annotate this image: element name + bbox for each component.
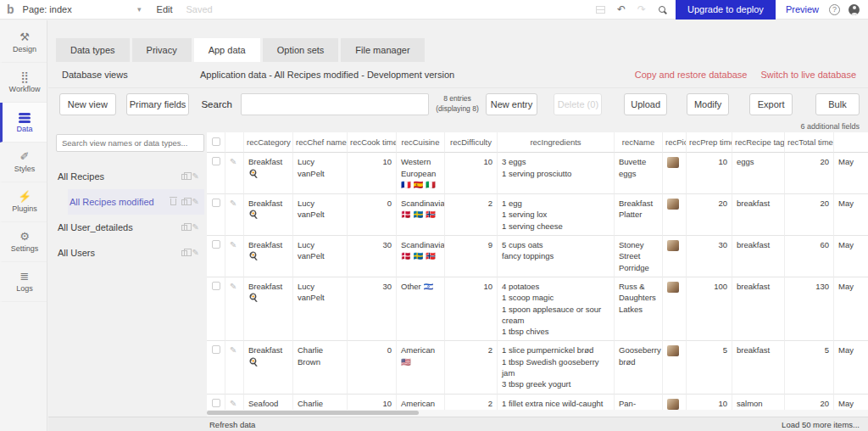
col-recDifficulty[interactable]: recDifficulty <box>445 132 498 153</box>
tab-option-sets[interactable]: Option sets <box>263 38 339 62</box>
cell-cuisine: American 🇺🇸 <box>397 341 445 394</box>
horizontal-scrollbar-thumb[interactable] <box>207 411 419 415</box>
view-item-all-recipes[interactable]: All Recipes ✎ <box>56 164 204 189</box>
view-item-all-users[interactable]: All Users ✎ <box>56 240 204 266</box>
recipe-pic-thumbnail[interactable] <box>667 345 679 356</box>
copy-view-icon[interactable] <box>181 174 187 180</box>
col-recCategory[interactable]: recCategory <box>244 132 293 153</box>
cell-chef: Lucy vanPelt <box>293 277 348 341</box>
col-recCook-time[interactable]: recCook time <box>348 132 397 153</box>
cell-total-time: 20 <box>785 153 834 194</box>
recipe-pic-thumbnail[interactable] <box>667 199 679 210</box>
sidebar-item-design[interactable]: ⚒ Design <box>0 23 47 63</box>
sidebar-item-settings[interactable]: ⚙ Settings <box>0 222 47 262</box>
cell-recipe-tag: salmon <box>732 395 785 410</box>
edit-view-icon[interactable]: ✎ <box>192 223 199 232</box>
redo-icon: ↷ <box>632 3 652 15</box>
new-entry-button[interactable]: New entry <box>486 93 538 115</box>
edit-entry-icon[interactable]: ✎ <box>230 157 236 166</box>
cell-cook-time: 10 <box>348 153 397 194</box>
row-checkbox[interactable] <box>212 157 220 165</box>
col-recPic[interactable]: recPic <box>663 132 687 153</box>
delete-view-icon[interactable] <box>170 199 176 205</box>
edit-view-icon[interactable]: ✎ <box>192 172 199 181</box>
edit-menu[interactable]: Edit <box>157 4 173 14</box>
edit-entry-icon[interactable]: ✎ <box>230 282 236 291</box>
col-recName[interactable]: recName <box>615 132 663 153</box>
recipe-pic-thumbnail[interactable] <box>667 399 679 410</box>
user-avatar[interactable] <box>849 4 860 15</box>
modify-button[interactable]: Modify <box>687 93 730 115</box>
plugins-icon: ⚡ <box>18 191 31 203</box>
load-more-button[interactable]: Load 50 more items... <box>782 420 860 429</box>
recipe-pic-thumbnail[interactable] <box>667 282 679 293</box>
help-icon[interactable]: ? <box>829 4 840 15</box>
delete-button: Delete (0) <box>554 93 602 115</box>
preview-button[interactable]: Preview <box>786 4 819 14</box>
tab-privacy[interactable]: Privacy <box>132 38 192 62</box>
table-row: ✎ Breakfast 🍳 Lucy vanPelt 30 Scandinavi… <box>207 236 868 277</box>
recipe-pic-thumbnail[interactable] <box>667 157 679 168</box>
col-recIngredients[interactable]: recIngredients <box>498 132 615 153</box>
sidebar-item-styles[interactable]: ✐ Styles <box>0 143 47 182</box>
bulk-button[interactable]: Bulk <box>815 93 860 115</box>
col-recRecipe-tag[interactable]: recRecipe tag <box>732 132 785 153</box>
select-all-checkbox[interactable] <box>212 137 220 146</box>
col-recTotal-time[interactable]: recTotal time <box>785 132 834 153</box>
bubble-logo[interactable]: b <box>7 3 14 16</box>
row-checkbox[interactable] <box>212 399 220 407</box>
switch-live-database-link[interactable]: Switch to live database <box>760 70 856 80</box>
settings-gear-icon: ⚙ <box>19 231 30 243</box>
sidebar-item-data[interactable]: Data <box>0 103 47 143</box>
refresh-data-button[interactable]: Refresh data <box>209 420 255 429</box>
upgrade-to-deploy-button[interactable]: Upgrade to deploy <box>676 0 776 20</box>
col-recPrep-time[interactable]: recPrep time <box>687 132 732 153</box>
search-icon[interactable] <box>652 6 672 13</box>
sidebar-item-logs[interactable]: ≣ Logs <box>0 262 47 302</box>
primary-fields-button[interactable]: Primary fields <box>126 93 190 115</box>
view-item-all-recipes-modified[interactable]: All Recipes modified ✎ <box>68 189 204 215</box>
cell-modified: May <box>834 341 868 394</box>
view-item-label: All Recipes <box>58 171 104 182</box>
new-view-button[interactable]: New view <box>59 93 116 115</box>
cell-total-time: 130 <box>785 277 834 341</box>
col-recCuisine[interactable]: recCuisine <box>397 132 445 153</box>
view-item-label: All User_detaileds <box>58 222 133 232</box>
views-search-input[interactable] <box>56 134 204 152</box>
horizontal-scrollbar[interactable] <box>207 410 868 417</box>
workflow-icon: ⣿ <box>20 71 29 83</box>
copy-view-icon[interactable] <box>181 199 187 205</box>
cell-total-time: 5 <box>785 341 834 394</box>
view-item-all-user-detaileds[interactable]: All User_detaileds ✎ <box>56 215 204 240</box>
cell-ingredients: 3 eggs 1 serving prosciutto <box>498 153 615 194</box>
export-button[interactable]: Export <box>749 93 793 115</box>
row-checkbox[interactable] <box>212 199 220 207</box>
sidebar-item-workflow[interactable]: ⣿ Workflow <box>0 63 47 103</box>
cell-difficulty: 9 <box>445 236 498 277</box>
copy-restore-database-link[interactable]: Copy and restore database <box>635 70 748 80</box>
cell-chef: Charlie Brown <box>293 341 348 394</box>
col-recChef-name[interactable]: recChef name <box>293 132 348 153</box>
upload-button[interactable]: Upload <box>624 93 667 115</box>
row-checkbox[interactable] <box>212 240 220 249</box>
copy-view-icon[interactable] <box>181 250 187 256</box>
edit-entry-icon[interactable]: ✎ <box>230 199 236 208</box>
undo-icon[interactable]: ↶ <box>611 3 632 15</box>
tab-app-data[interactable]: App data <box>194 38 260 62</box>
row-checkbox[interactable] <box>212 345 220 354</box>
edit-entry-icon[interactable]: ✎ <box>230 399 236 408</box>
copy-view-icon[interactable] <box>181 225 187 231</box>
edit-entry-icon[interactable]: ✎ <box>230 345 236 355</box>
entries-search-input[interactable] <box>241 93 430 115</box>
gift-icon[interactable] <box>591 6 611 14</box>
recipe-pic-thumbnail[interactable] <box>667 240 679 251</box>
edit-entry-icon[interactable]: ✎ <box>230 240 236 249</box>
sidebar-item-plugins[interactable]: ⚡ Plugins <box>0 182 47 222</box>
edit-view-icon[interactable]: ✎ <box>192 249 199 257</box>
row-checkbox[interactable] <box>212 282 220 290</box>
edit-view-icon[interactable]: ✎ <box>192 198 199 206</box>
tab-file-manager[interactable]: File manager <box>341 38 424 62</box>
cell-name: Buvette eggs <box>615 153 663 194</box>
tab-data-types[interactable]: Data types <box>56 38 130 62</box>
page-selector[interactable]: Page: index ▾ <box>23 4 142 14</box>
